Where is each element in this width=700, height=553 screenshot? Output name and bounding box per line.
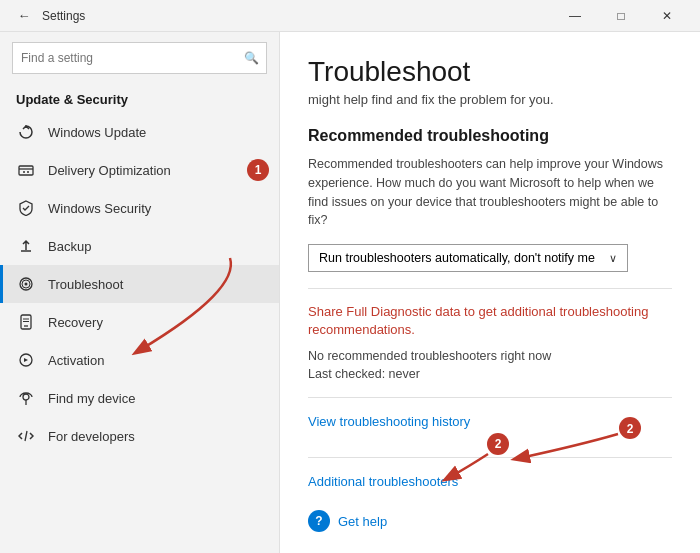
app-body: 🔍 Update & Security Windows Update De	[0, 32, 700, 553]
page-title: Troubleshoot	[308, 56, 672, 88]
annotation-1: 1	[247, 159, 269, 181]
window-title: Settings	[42, 9, 552, 23]
get-help-icon: ?	[308, 510, 330, 532]
sidebar-label-security: Windows Security	[48, 201, 151, 216]
sidebar-label-find-device: Find my device	[48, 391, 135, 406]
sidebar-item-for-developers[interactable]: For developers	[0, 417, 279, 455]
delivery-icon	[16, 160, 36, 180]
minimize-button[interactable]: —	[552, 0, 598, 32]
divider-1	[308, 288, 672, 289]
sidebar: 🔍 Update & Security Windows Update De	[0, 32, 280, 553]
search-icon: 🔍	[244, 51, 259, 65]
section-description: Recommended troubleshooters can help imp…	[308, 155, 672, 230]
window-controls: — □ ✕	[552, 0, 690, 32]
maximize-button[interactable]: □	[598, 0, 644, 32]
additional-troubleshooters-link[interactable]: Additional troubleshooters	[308, 474, 458, 489]
search-container: 🔍	[12, 42, 267, 74]
dropdown-arrow-icon: ∨	[609, 252, 617, 265]
windows-update-icon	[16, 122, 36, 142]
last-checked-text: Last checked: never	[308, 367, 672, 381]
page-subtitle: might help find and fix the problem for …	[308, 92, 672, 107]
svg-point-2	[25, 283, 28, 286]
sidebar-label-backup: Backup	[48, 239, 91, 254]
sidebar-label-activation: Activation	[48, 353, 104, 368]
sidebar-item-windows-update[interactable]: Windows Update	[0, 113, 279, 151]
sidebar-label-windows-update: Windows Update	[48, 125, 146, 140]
troubleshoot-icon	[16, 274, 36, 294]
sidebar-label-delivery: Delivery Optimization	[48, 163, 171, 178]
sidebar-item-backup[interactable]: Backup	[0, 227, 279, 265]
svg-text:2: 2	[495, 437, 502, 451]
close-button[interactable]: ✕	[644, 0, 690, 32]
section-heading: Recommended troubleshooting	[308, 127, 672, 145]
activation-icon	[16, 350, 36, 370]
developers-icon	[16, 426, 36, 446]
sidebar-label-for-developers: For developers	[48, 429, 135, 444]
sidebar-item-windows-security[interactable]: Windows Security	[0, 189, 279, 227]
main-content: Troubleshoot might help find and fix the…	[280, 32, 700, 553]
view-history-link[interactable]: View troubleshooting history	[308, 414, 470, 429]
get-help-row: ? Get help	[308, 510, 672, 532]
sidebar-item-activation[interactable]: Activation	[0, 341, 279, 379]
svg-point-5	[23, 394, 29, 400]
sidebar-label-troubleshoot: Troubleshoot	[48, 277, 123, 292]
recovery-icon	[16, 312, 36, 332]
backup-icon	[16, 236, 36, 256]
back-button[interactable]: ←	[10, 2, 38, 30]
security-icon	[16, 198, 36, 218]
dropdown-value: Run troubleshooters automatically, don't…	[319, 251, 595, 265]
divider-2	[308, 397, 672, 398]
sidebar-item-recovery[interactable]: Recovery	[0, 303, 279, 341]
titlebar: ← Settings — □ ✕	[0, 0, 700, 32]
sidebar-label-recovery: Recovery	[48, 315, 103, 330]
no-troubleshooters-text: No recommended troubleshooters right now	[308, 349, 672, 363]
find-device-icon	[16, 388, 36, 408]
section-title: Update & Security	[0, 84, 279, 113]
sidebar-item-troubleshoot[interactable]: Troubleshoot	[0, 265, 279, 303]
get-help-link[interactable]: Get help	[338, 514, 387, 529]
sidebar-item-find-my-device[interactable]: Find my device	[0, 379, 279, 417]
annotation-arrow-2: 2	[438, 432, 518, 492]
svg-rect-0	[19, 166, 33, 175]
sidebar-item-delivery-optimization[interactable]: Delivery Optimization 1	[0, 151, 279, 189]
troubleshooters-dropdown[interactable]: Run troubleshooters automatically, don't…	[308, 244, 628, 272]
diagnostic-link[interactable]: Share Full Diagnostic data to get additi…	[308, 303, 672, 339]
search-input[interactable]	[12, 42, 267, 74]
